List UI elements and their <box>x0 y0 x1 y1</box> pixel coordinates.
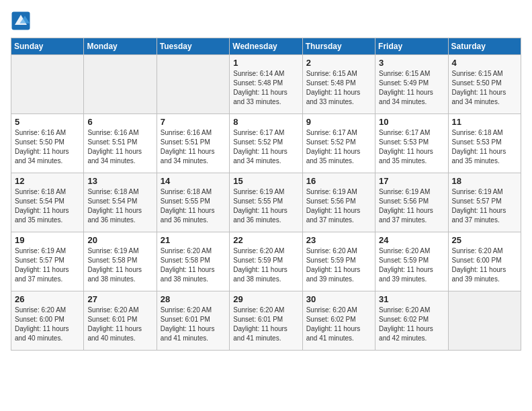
day-info: Sunrise: 6:20 AMSunset: 6:01 PMDaylight:… <box>87 306 152 343</box>
day-number: 17 <box>379 176 444 186</box>
day-info: Sunrise: 6:19 AMSunset: 5:58 PMDaylight:… <box>87 246 152 284</box>
day-number: 24 <box>379 235 444 245</box>
day-number: 30 <box>306 294 371 304</box>
day-info: Sunrise: 6:19 AMSunset: 5:57 PMDaylight:… <box>15 246 80 284</box>
day-info: Sunrise: 6:16 AMSunset: 5:51 PMDaylight:… <box>87 128 152 166</box>
day-info: Sunrise: 6:15 AMSunset: 5:48 PMDaylight:… <box>306 69 371 107</box>
day-number: 7 <box>161 117 226 127</box>
day-number: 20 <box>87 235 152 245</box>
logo-icon <box>11 11 31 31</box>
day-info: Sunrise: 6:19 AMSunset: 5:55 PMDaylight:… <box>233 187 298 225</box>
day-info: Sunrise: 6:19 AMSunset: 5:57 PMDaylight:… <box>452 187 517 225</box>
day-info: Sunrise: 6:20 AMSunset: 6:02 PMDaylight:… <box>306 306 371 343</box>
calendar-cell: 15Sunrise: 6:19 AMSunset: 5:55 PMDayligh… <box>230 173 302 232</box>
day-info: Sunrise: 6:18 AMSunset: 5:54 PMDaylight:… <box>15 187 80 225</box>
day-info: Sunrise: 6:20 AMSunset: 5:59 PMDaylight:… <box>233 246 298 284</box>
day-info: Sunrise: 6:17 AMSunset: 5:52 PMDaylight:… <box>233 128 298 166</box>
weekday-header-monday: Monday <box>84 38 157 55</box>
day-info: Sunrise: 6:20 AMSunset: 5:58 PMDaylight:… <box>161 246 226 284</box>
calendar-cell <box>157 55 229 114</box>
weekday-header-sunday: Sunday <box>11 38 84 55</box>
logo <box>11 11 34 31</box>
calendar-cell <box>448 291 521 351</box>
calendar-cell: 26Sunrise: 6:20 AMSunset: 6:00 PMDayligh… <box>11 291 84 351</box>
day-number: 1 <box>233 58 298 68</box>
calendar-cell: 16Sunrise: 6:19 AMSunset: 5:56 PMDayligh… <box>302 173 375 232</box>
day-info: Sunrise: 6:15 AMSunset: 5:50 PMDaylight:… <box>452 69 517 107</box>
day-number: 19 <box>15 235 80 245</box>
day-info: Sunrise: 6:17 AMSunset: 5:53 PMDaylight:… <box>379 128 444 166</box>
day-number: 12 <box>15 176 80 186</box>
calendar-week-row: 1Sunrise: 6:14 AMSunset: 5:48 PMDaylight… <box>11 55 521 114</box>
calendar-cell: 22Sunrise: 6:20 AMSunset: 5:59 PMDayligh… <box>230 232 302 291</box>
day-number: 23 <box>306 235 371 245</box>
calendar-table: SundayMondayTuesdayWednesdayThursdayFrid… <box>11 38 521 351</box>
day-number: 14 <box>161 176 226 186</box>
calendar-cell: 28Sunrise: 6:20 AMSunset: 6:01 PMDayligh… <box>157 291 229 351</box>
calendar-cell: 20Sunrise: 6:19 AMSunset: 5:58 PMDayligh… <box>84 232 157 291</box>
calendar-cell: 5Sunrise: 6:16 AMSunset: 5:50 PMDaylight… <box>11 114 84 173</box>
day-info: Sunrise: 6:20 AMSunset: 6:00 PMDaylight:… <box>452 246 517 284</box>
day-info: Sunrise: 6:18 AMSunset: 5:54 PMDaylight:… <box>87 187 152 225</box>
calendar-cell: 25Sunrise: 6:20 AMSunset: 6:00 PMDayligh… <box>448 232 521 291</box>
day-info: Sunrise: 6:20 AMSunset: 6:00 PMDaylight:… <box>15 306 80 343</box>
day-number: 29 <box>233 294 298 304</box>
day-number: 2 <box>306 58 371 68</box>
day-number: 22 <box>233 235 298 245</box>
day-info: Sunrise: 6:16 AMSunset: 5:51 PMDaylight:… <box>161 128 226 166</box>
day-number: 11 <box>452 117 517 127</box>
day-info: Sunrise: 6:20 AMSunset: 5:59 PMDaylight:… <box>306 246 371 284</box>
calendar-cell: 2Sunrise: 6:15 AMSunset: 5:48 PMDaylight… <box>302 55 375 114</box>
weekday-header-saturday: Saturday <box>448 38 521 55</box>
day-info: Sunrise: 6:18 AMSunset: 5:53 PMDaylight:… <box>452 128 517 166</box>
calendar-cell: 27Sunrise: 6:20 AMSunset: 6:01 PMDayligh… <box>84 291 157 351</box>
calendar-week-row: 26Sunrise: 6:20 AMSunset: 6:00 PMDayligh… <box>11 291 521 351</box>
calendar-cell: 3Sunrise: 6:15 AMSunset: 5:49 PMDaylight… <box>375 55 448 114</box>
calendar-cell: 10Sunrise: 6:17 AMSunset: 5:53 PMDayligh… <box>375 114 448 173</box>
day-info: Sunrise: 6:20 AMSunset: 6:02 PMDaylight:… <box>379 306 444 343</box>
calendar-cell: 13Sunrise: 6:18 AMSunset: 5:54 PMDayligh… <box>84 173 157 232</box>
day-info: Sunrise: 6:19 AMSunset: 5:56 PMDaylight:… <box>306 187 371 225</box>
calendar-cell: 1Sunrise: 6:14 AMSunset: 5:48 PMDaylight… <box>230 55 302 114</box>
page-header <box>11 11 521 31</box>
day-info: Sunrise: 6:20 AMSunset: 6:01 PMDaylight:… <box>161 306 226 343</box>
day-number: 31 <box>379 294 444 304</box>
day-number: 25 <box>452 235 517 245</box>
calendar-cell: 29Sunrise: 6:20 AMSunset: 6:01 PMDayligh… <box>230 291 302 351</box>
day-info: Sunrise: 6:14 AMSunset: 5:48 PMDaylight:… <box>233 69 298 107</box>
calendar-cell: 19Sunrise: 6:19 AMSunset: 5:57 PMDayligh… <box>11 232 84 291</box>
weekday-header-tuesday: Tuesday <box>157 38 229 55</box>
day-number: 16 <box>306 176 371 186</box>
calendar-header: SundayMondayTuesdayWednesdayThursdayFrid… <box>11 38 521 55</box>
day-number: 4 <box>452 58 517 68</box>
day-number: 27 <box>87 294 152 304</box>
calendar-cell: 23Sunrise: 6:20 AMSunset: 5:59 PMDayligh… <box>302 232 375 291</box>
calendar-cell: 12Sunrise: 6:18 AMSunset: 5:54 PMDayligh… <box>11 173 84 232</box>
day-info: Sunrise: 6:15 AMSunset: 5:49 PMDaylight:… <box>379 69 444 107</box>
day-number: 18 <box>452 176 517 186</box>
day-number: 9 <box>306 117 371 127</box>
calendar-cell: 17Sunrise: 6:19 AMSunset: 5:56 PMDayligh… <box>375 173 448 232</box>
calendar-cell: 31Sunrise: 6:20 AMSunset: 6:02 PMDayligh… <box>375 291 448 351</box>
day-info: Sunrise: 6:18 AMSunset: 5:55 PMDaylight:… <box>161 187 226 225</box>
day-info: Sunrise: 6:20 AMSunset: 5:59 PMDaylight:… <box>379 246 444 284</box>
calendar-cell <box>84 55 157 114</box>
day-number: 8 <box>233 117 298 127</box>
day-number: 10 <box>379 117 444 127</box>
day-info: Sunrise: 6:19 AMSunset: 5:56 PMDaylight:… <box>379 187 444 225</box>
calendar-body: 1Sunrise: 6:14 AMSunset: 5:48 PMDaylight… <box>11 55 521 351</box>
calendar-cell: 4Sunrise: 6:15 AMSunset: 5:50 PMDaylight… <box>448 55 521 114</box>
day-number: 6 <box>87 117 152 127</box>
calendar-week-row: 5Sunrise: 6:16 AMSunset: 5:50 PMDaylight… <box>11 114 521 173</box>
weekday-header-wednesday: Wednesday <box>230 38 302 55</box>
day-number: 15 <box>233 176 298 186</box>
weekday-header-friday: Friday <box>375 38 448 55</box>
calendar-cell: 6Sunrise: 6:16 AMSunset: 5:51 PMDaylight… <box>84 114 157 173</box>
calendar-week-row: 12Sunrise: 6:18 AMSunset: 5:54 PMDayligh… <box>11 173 521 232</box>
day-number: 21 <box>161 235 226 245</box>
calendar-cell: 14Sunrise: 6:18 AMSunset: 5:55 PMDayligh… <box>157 173 229 232</box>
day-number: 13 <box>87 176 152 186</box>
calendar-cell: 30Sunrise: 6:20 AMSunset: 6:02 PMDayligh… <box>302 291 375 351</box>
calendar-cell: 9Sunrise: 6:17 AMSunset: 5:52 PMDaylight… <box>302 114 375 173</box>
calendar-cell: 21Sunrise: 6:20 AMSunset: 5:58 PMDayligh… <box>157 232 229 291</box>
